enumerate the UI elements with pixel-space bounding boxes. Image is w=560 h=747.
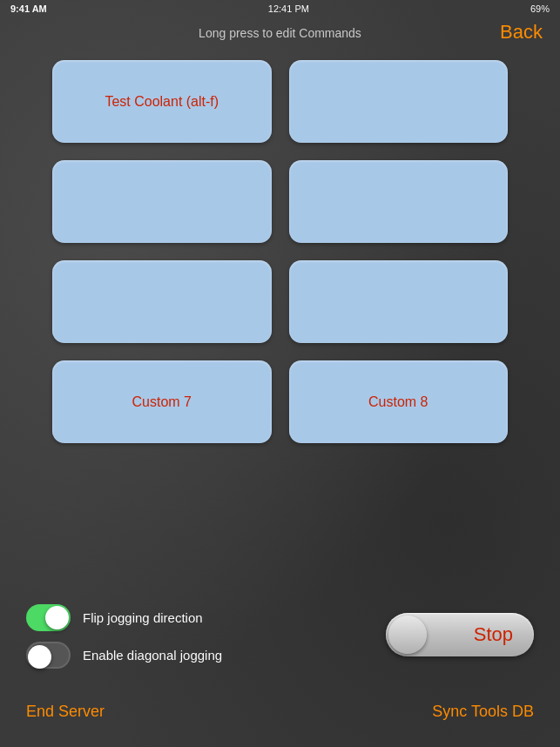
status-time: 12:41 PM [268,3,309,14]
command-button-6[interactable] [289,260,509,343]
command-button-grid: Test Coolant (alt-f)Custom 7Custom 8 [0,51,560,452]
header-instruction: Long press to edit Commands [199,26,361,40]
toggle-knob-flip-jogging [45,606,69,629]
toggle-knob-enable-diagonal [28,645,51,669]
status-bar: 9:41 AM 12:41 PM 69% [0,0,560,17]
toggle-enable-diagonal[interactable] [26,642,71,669]
toggles-section: Flip jogging directionEnable diagonal jo… [26,604,222,669]
toggle-row-flip-jogging: Flip jogging direction [26,604,222,631]
command-button-1[interactable]: Test Coolant (alt-f) [52,60,272,143]
command-button-3[interactable] [52,160,272,243]
command-button-8[interactable]: Custom 8 [289,360,509,443]
status-battery: 69% [530,3,550,14]
command-button-5[interactable] [52,260,272,343]
back-button[interactable]: Back [500,21,543,44]
footer: End Server Sync Tools DB [0,703,560,721]
toggle-label-enable-diagonal: Enable diagonal jogging [83,648,222,663]
battery-level: 69% [530,3,550,14]
end-server-button[interactable]: End Server [26,703,105,721]
command-button-2[interactable] [289,60,509,143]
command-button-7[interactable]: Custom 7 [52,360,272,443]
command-button-4[interactable] [289,160,509,243]
toggle-flip-jogging[interactable] [26,604,71,631]
bottom-controls: Flip jogging directionEnable diagonal jo… [0,604,560,669]
stop-button[interactable]: Stop [386,613,534,656]
status-carrier: 9:41 AM [10,3,47,14]
stop-button-label: Stop [474,623,513,646]
stop-button-knob [388,616,427,654]
sync-tools-db-button[interactable]: Sync Tools DB [432,703,534,721]
stop-button-container: Stop [386,613,534,656]
header: Long press to edit Commands Back [0,17,560,47]
toggle-row-enable-diagonal: Enable diagonal jogging [26,642,222,669]
toggle-label-flip-jogging: Flip jogging direction [83,610,203,625]
